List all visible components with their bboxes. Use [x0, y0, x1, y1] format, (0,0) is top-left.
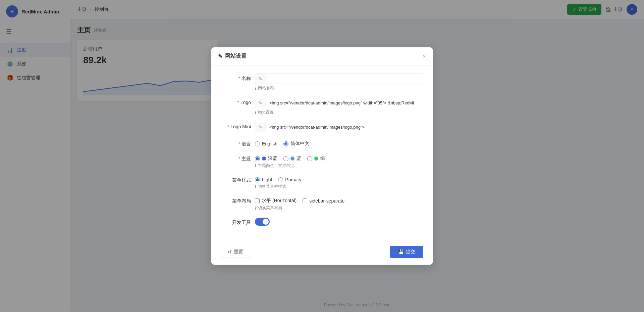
- menu-style-field-row: 菜单样式 Light Primary ℹ 切换菜: [221, 175, 423, 189]
- theme-blue-radio[interactable]: [283, 156, 288, 161]
- modal-close-button[interactable]: ×: [422, 53, 426, 59]
- menu-style-hint-text: 切换菜单栏样式: [258, 184, 286, 189]
- theme-hint-icon: ℹ: [255, 164, 257, 168]
- dev-tools-toggle[interactable]: [255, 218, 270, 226]
- menu-layout-sidebar-label: sidebar-separate: [309, 198, 344, 204]
- settings-modal: ✎ 网站设置 × 名称 ✎ ℹ 网站名称: [211, 47, 433, 265]
- language-chinese-radio[interactable]: [283, 141, 288, 146]
- logo-mini-input[interactable]: [266, 122, 423, 132]
- logo-mini-input-wrapper: ✎: [255, 122, 423, 132]
- logo-label: Logo: [221, 98, 251, 105]
- menu-layout-hint-text: 切换菜单布局: [258, 205, 282, 211]
- dev-tools-slider: [255, 218, 270, 226]
- modal-title-text: 网站设置: [225, 53, 247, 60]
- menu-layout-hint: ℹ 切换菜单布局: [255, 205, 423, 211]
- dev-tools-label: 开发工具: [221, 218, 251, 226]
- language-english-option[interactable]: English: [255, 141, 277, 146]
- language-english-label: English: [262, 141, 277, 146]
- theme-deepblue-radio[interactable]: [255, 156, 260, 161]
- theme-deepblue-label: 深蓝: [268, 155, 277, 162]
- menu-style-primary-label: Primary: [285, 177, 301, 182]
- name-input[interactable]: [266, 74, 423, 84]
- theme-label: 主题: [221, 154, 251, 162]
- theme-green-dot: [314, 157, 318, 161]
- logo-hint: ℹ logo设置: [255, 109, 423, 115]
- logo-mini-field-row: Logo Mini ✎: [221, 122, 423, 132]
- submit-icon: 💾: [398, 249, 404, 255]
- menu-style-primary-option[interactable]: Primary: [278, 177, 301, 182]
- theme-deepblue-option[interactable]: 深蓝: [255, 155, 277, 162]
- logo-hint-text: logo设置: [258, 109, 274, 115]
- modal-overlay[interactable]: ✎ 网站设置 × 名称 ✎ ℹ 网站名称: [0, 0, 644, 312]
- reset-label: 重置: [234, 249, 243, 255]
- menu-layout-checkbox-group: 水平 (Horizontal) sidebar-separate: [255, 196, 423, 204]
- theme-blue-option[interactable]: 蓝: [283, 155, 301, 162]
- name-hint-icon: ℹ: [255, 86, 257, 91]
- modal-title-icon: ✎: [218, 53, 222, 59]
- dev-tools-control-wrap: [255, 218, 423, 226]
- logo-field-row: Logo ✎ ℹ logo设置: [221, 98, 423, 115]
- logo-input[interactable]: [266, 98, 423, 108]
- menu-style-control-wrap: Light Primary ℹ 切换菜单栏样式: [255, 175, 423, 189]
- language-label: 语言: [221, 139, 251, 147]
- language-chinese-option[interactable]: 简体中文: [283, 141, 309, 147]
- theme-field-row: 主题 深蓝 蓝: [221, 154, 423, 169]
- menu-layout-label: 菜单布局: [221, 196, 251, 204]
- name-control-wrap: ✎ ℹ 网站名称: [255, 74, 423, 91]
- theme-control-wrap: 深蓝 蓝 绿 ℹ: [255, 154, 423, 169]
- menu-style-hint: ℹ 切换菜单栏样式: [255, 184, 423, 189]
- theme-radio-group: 深蓝 蓝 绿: [255, 154, 423, 162]
- menu-layout-horizontal-checkbox[interactable]: [255, 198, 260, 203]
- theme-hint-text: 主题颜色，支持自定...: [258, 163, 298, 169]
- language-control-wrap: English 简体中文: [255, 139, 423, 147]
- language-radio-group: English 简体中文: [255, 139, 423, 147]
- menu-layout-sidebar-option[interactable]: sidebar-separate: [303, 198, 344, 204]
- theme-green-radio[interactable]: [307, 156, 312, 161]
- theme-green-label: 绿: [320, 155, 325, 162]
- modal-header: ✎ 网站设置 ×: [211, 47, 433, 65]
- theme-blue-dot: [290, 157, 294, 161]
- menu-style-light-label: Light: [262, 177, 272, 182]
- language-english-radio[interactable]: [255, 141, 260, 146]
- theme-green-option[interactable]: 绿: [307, 155, 325, 162]
- menu-layout-horizontal-option[interactable]: 水平 (Horizontal): [255, 198, 297, 204]
- dev-tools-field-row: 开发工具: [221, 218, 423, 226]
- logo-mini-label: Logo Mini: [221, 122, 251, 129]
- name-field-row: 名称 ✎ ℹ 网站名称: [221, 74, 423, 91]
- name-hint-text: 网站名称: [258, 85, 274, 91]
- menu-style-hint-icon: ℹ: [255, 184, 257, 189]
- menu-style-light-option[interactable]: Light: [255, 177, 272, 182]
- menu-style-light-radio[interactable]: [255, 177, 260, 182]
- theme-blue-label: 蓝: [297, 155, 301, 162]
- language-field-row: 语言 English 简体中文: [221, 139, 423, 147]
- theme-deepblue-dot: [262, 157, 266, 161]
- menu-layout-control-wrap: 水平 (Horizontal) sidebar-separate ℹ 切换菜单布…: [255, 196, 423, 211]
- language-chinese-label: 简体中文: [290, 141, 309, 147]
- menu-layout-sidebar-checkbox[interactable]: [303, 198, 307, 203]
- theme-hint: ℹ 主题颜色，支持自定...: [255, 163, 423, 169]
- menu-style-label: 菜单样式: [221, 175, 251, 183]
- modal-title: ✎ 网站设置: [218, 53, 247, 60]
- menu-style-radio-group: Light Primary: [255, 175, 423, 182]
- name-edit-icon[interactable]: ✎: [255, 74, 266, 83]
- reset-icon: ↺: [228, 249, 232, 255]
- submit-label: 提交: [406, 249, 415, 255]
- logo-mini-control-wrap: ✎: [255, 122, 423, 132]
- logo-control-wrap: ✎ ℹ logo设置: [255, 98, 423, 115]
- modal-footer: ↺ 重置 💾 提交: [211, 240, 433, 265]
- name-hint: ℹ 网站名称: [255, 85, 423, 91]
- reset-button[interactable]: ↺ 重置: [221, 246, 250, 258]
- logo-mini-edit-icon[interactable]: ✎: [255, 123, 266, 132]
- logo-edit-icon[interactable]: ✎: [255, 98, 266, 107]
- logo-hint-icon: ℹ: [255, 110, 257, 115]
- menu-layout-field-row: 菜单布局 水平 (Horizontal) sidebar-separate: [221, 196, 423, 211]
- menu-style-primary-radio[interactable]: [278, 177, 283, 182]
- logo-input-wrapper: ✎: [255, 98, 423, 108]
- submit-button[interactable]: 💾 提交: [390, 246, 423, 258]
- modal-body: 名称 ✎ ℹ 网站名称 Logo ✎: [211, 65, 433, 240]
- name-label: 名称: [221, 74, 251, 82]
- menu-layout-hint-icon: ℹ: [255, 206, 257, 211]
- name-input-wrapper: ✎: [255, 74, 423, 84]
- menu-layout-horizontal-label: 水平 (Horizontal): [262, 198, 297, 204]
